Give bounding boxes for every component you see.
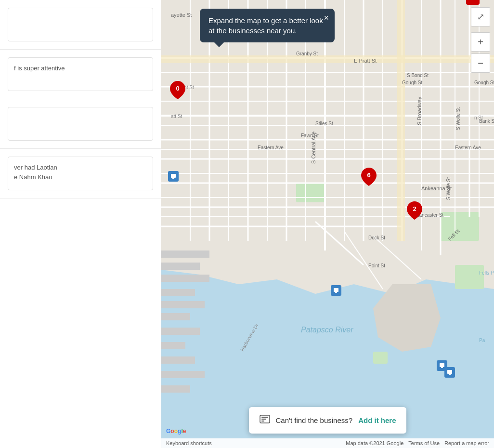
zoom-out-button[interactable]: − <box>471 53 490 73</box>
map-container[interactable]: ayette St Granby St E Pratt St S Bond St… <box>161 0 494 448</box>
sidebar: f is super attentive ver had Laotian e N… <box>0 0 161 448</box>
sidebar-card-inner-3 <box>8 107 153 141</box>
svg-text:Gough St: Gough St <box>402 80 422 85</box>
svg-text:n St: n St <box>474 115 483 120</box>
cant-find-bar: Can't find the business? Add it here <box>249 407 407 434</box>
svg-text:Gough St: Gough St <box>474 80 494 85</box>
svg-rect-97 <box>440 363 444 367</box>
google-logo: Google <box>166 428 186 435</box>
svg-rect-9 <box>455 265 484 289</box>
map-marker-2[interactable]: 2 <box>407 201 422 220</box>
svg-rect-100 <box>449 374 451 375</box>
map-background: ayette St Granby St E Pratt St S Bond St… <box>161 0 494 448</box>
svg-rect-17 <box>161 328 200 335</box>
svg-rect-58 <box>161 55 494 63</box>
svg-rect-103 <box>261 419 266 420</box>
map-marker-0[interactable]: 0 <box>170 81 185 99</box>
svg-rect-15 <box>161 301 205 308</box>
sidebar-card-3 <box>0 99 161 149</box>
svg-text:Patapsco River: Patapsco River <box>301 326 353 334</box>
sidebar-card-inner-2: f is super attentive <box>8 57 153 91</box>
svg-text:S Wolfe St: S Wolfe St <box>455 107 461 130</box>
svg-text:2: 2 <box>413 205 416 212</box>
blue-marker-4[interactable] <box>444 367 455 378</box>
svg-rect-12 <box>161 263 200 270</box>
sidebar-card-inner-4: ver had Laotian e Nahm Khao <box>8 157 153 190</box>
svg-rect-7 <box>296 183 325 202</box>
red-button-top[interactable] <box>466 0 480 5</box>
map-data-attribution: Map data ©2021 Google <box>346 440 403 446</box>
svg-text:Point St: Point St <box>368 263 385 268</box>
svg-text:S Bond St: S Bond St <box>407 73 429 78</box>
svg-text:6: 6 <box>367 171 370 179</box>
svg-text:att St: att St <box>171 114 182 119</box>
svg-text:Eastern Ave: Eastern Ave <box>258 145 284 150</box>
sidebar-card-1 <box>0 0 161 50</box>
report-error-link[interactable]: Report a map error <box>444 440 489 446</box>
sidebar-review-text-2: f is super attentive <box>14 65 65 72</box>
svg-rect-98 <box>441 367 443 368</box>
svg-text:Pa: Pa <box>479 338 485 343</box>
add-business-link[interactable]: Add it here <box>358 416 396 424</box>
svg-text:Dock St: Dock St <box>368 235 385 240</box>
svg-rect-102 <box>261 417 268 418</box>
svg-text:S Wolfe St: S Wolfe St <box>446 177 451 200</box>
svg-text:S Central Ave: S Central Ave <box>311 132 316 164</box>
terms-of-use-link[interactable]: Terms of Use <box>408 440 440 446</box>
svg-text:Eastern Ave: Eastern Ave <box>455 145 481 150</box>
svg-rect-99 <box>447 370 452 374</box>
svg-text:0: 0 <box>176 85 179 92</box>
map-tooltip: × Expand the map to get a better look at… <box>200 9 335 42</box>
tooltip-close-button[interactable]: × <box>324 13 329 22</box>
blue-marker-2[interactable] <box>331 285 341 296</box>
cant-find-icon <box>260 414 270 427</box>
cant-find-text: Can't find the business? <box>276 416 353 424</box>
svg-text:S Broadway: S Broadway <box>416 96 422 125</box>
expand-map-button[interactable]: ⤢ <box>471 7 490 26</box>
svg-rect-14 <box>161 289 195 296</box>
svg-rect-13 <box>161 275 209 282</box>
map-bottom-bar: Keyboard shortcuts Map data ©2021 Google… <box>161 438 494 448</box>
svg-rect-16 <box>161 313 190 320</box>
svg-text:Granby St: Granby St <box>296 51 318 56</box>
svg-rect-19 <box>161 356 195 364</box>
svg-rect-21 <box>161 385 190 393</box>
blue-marker-1[interactable] <box>168 171 179 182</box>
sidebar-card-4: ver had Laotian e Nahm Khao <box>0 149 161 198</box>
svg-rect-20 <box>161 371 205 378</box>
svg-rect-96 <box>335 292 337 293</box>
svg-rect-11 <box>161 250 209 258</box>
zoom-in-button[interactable]: + <box>471 32 490 52</box>
svg-rect-95 <box>334 288 338 292</box>
tooltip-text: Expand the map to get a better look at t… <box>208 16 323 35</box>
svg-rect-93 <box>171 174 176 178</box>
svg-text:E Pratt St: E Pratt St <box>354 58 377 64</box>
svg-rect-94 <box>172 178 174 179</box>
keyboard-shortcuts[interactable]: Keyboard shortcuts <box>166 440 212 446</box>
sidebar-card-inner-1 <box>8 8 153 41</box>
sidebar-review-text-4: ver had Laotian e Nahm Khao <box>14 164 57 181</box>
svg-rect-104 <box>261 421 264 422</box>
svg-rect-18 <box>161 342 185 349</box>
svg-rect-57 <box>397 0 405 241</box>
map-marker-6[interactable]: 6 <box>361 168 377 186</box>
svg-text:Stiles St: Stiles St <box>315 121 333 126</box>
map-controls: ⤢ + − <box>471 7 490 75</box>
sidebar-card-2: f is super attentive <box>0 50 161 99</box>
svg-rect-10 <box>373 352 388 364</box>
svg-text:Fells Po: Fells Po <box>479 270 494 276</box>
svg-text:ayette St: ayette St <box>171 12 192 18</box>
